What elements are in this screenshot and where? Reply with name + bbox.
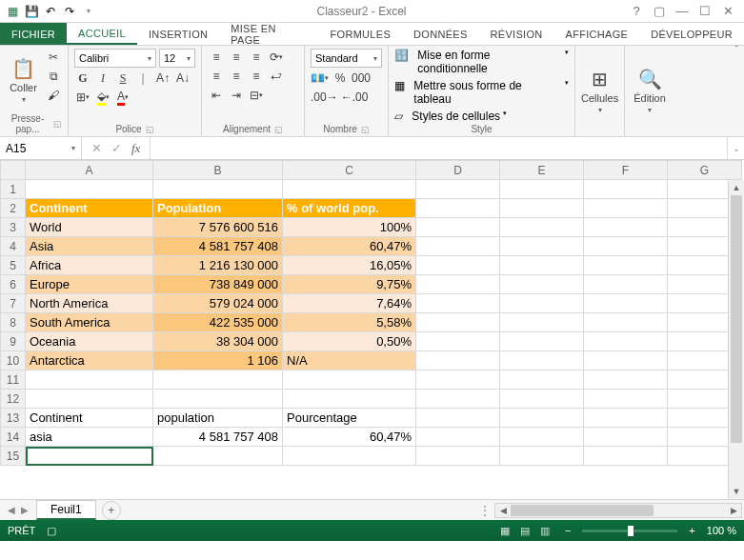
cell[interactable]: 738 849 000 — [153, 275, 283, 294]
cell[interactable] — [584, 218, 668, 237]
cell[interactable] — [26, 390, 153, 409]
cell[interactable] — [416, 256, 500, 275]
tab-split-handle[interactable]: ⋮ — [475, 504, 494, 517]
cell[interactable] — [500, 390, 584, 409]
cell[interactable]: Europe — [26, 275, 153, 294]
vertical-scrollbar[interactable]: ▲ ▼ — [728, 180, 744, 499]
scroll-up-icon[interactable]: ▲ — [729, 180, 744, 195]
row-header-6[interactable]: 6 — [1, 275, 26, 294]
cell[interactable] — [500, 447, 584, 466]
col-header-C[interactable]: C — [283, 161, 416, 180]
copy-icon[interactable]: ⧉ — [45, 68, 62, 85]
name-box[interactable]: A15▾ — [0, 137, 82, 159]
tab-formulas[interactable]: FORMULES — [319, 23, 403, 45]
cell[interactable] — [584, 332, 668, 351]
cell[interactable]: 5,58% — [283, 313, 416, 332]
page-layout-view-icon[interactable]: ▤ — [516, 525, 533, 536]
tab-insert[interactable]: INSERTION — [137, 23, 219, 45]
cell[interactable]: asia — [26, 428, 153, 447]
cell[interactable]: N/A — [283, 351, 416, 370]
cells-button[interactable]: ⊞Cellules▾ — [581, 49, 618, 133]
cell[interactable] — [153, 390, 283, 409]
cell[interactable] — [500, 313, 584, 332]
cell[interactable] — [283, 180, 416, 199]
vscroll-thumb[interactable] — [731, 195, 742, 443]
col-header-B[interactable]: B — [153, 161, 283, 180]
zoom-out-icon[interactable]: − — [565, 525, 571, 536]
cut-icon[interactable]: ✂ — [45, 49, 62, 66]
cell[interactable] — [584, 313, 668, 332]
col-header-E[interactable]: E — [500, 161, 584, 180]
collapse-ribbon-icon[interactable]: ˇ — [734, 44, 738, 55]
zoom-in-icon[interactable]: + — [689, 525, 694, 536]
cell[interactable]: 0,50% — [283, 332, 416, 351]
cell[interactable] — [416, 313, 500, 332]
cell[interactable] — [584, 447, 668, 466]
cell[interactable] — [500, 256, 584, 275]
increase-indent-icon[interactable]: ⇥ — [228, 87, 245, 104]
bold-button[interactable]: G — [74, 70, 91, 87]
wrap-text-icon[interactable]: ⮐ — [268, 68, 285, 85]
editing-button[interactable]: 🔍Édition▾ — [631, 49, 669, 133]
new-sheet-button[interactable]: + — [102, 501, 121, 520]
cell[interactable]: Population — [153, 199, 283, 218]
cell[interactable] — [416, 447, 500, 466]
cell[interactable]: population — [153, 409, 283, 428]
align-middle-icon[interactable]: ≡ — [228, 49, 245, 66]
cell[interactable] — [416, 332, 500, 351]
cell[interactable]: 1 216 130 000 — [153, 256, 283, 275]
cell-styles-button[interactable]: ▱ Styles de cellules▾ — [394, 110, 569, 123]
border-icon[interactable]: ⊞▾ — [74, 89, 91, 106]
font-name-dropdown[interactable]: Calibri▾ — [74, 49, 156, 68]
cell[interactable]: 422 535 000 — [153, 313, 283, 332]
row-header-4[interactable]: 4 — [1, 237, 26, 256]
tab-layout[interactable]: MISE EN PAGE — [219, 23, 318, 45]
cell[interactable] — [500, 218, 584, 237]
expand-formula-bar-icon[interactable]: ⌄ — [727, 137, 744, 159]
cell[interactable] — [416, 370, 500, 390]
number-dialog-icon[interactable]: ◱ — [361, 125, 370, 134]
save-icon[interactable]: 💾 — [23, 3, 40, 20]
merge-icon[interactable]: ⊟▾ — [248, 87, 265, 104]
cell[interactable]: 16,05% — [283, 256, 416, 275]
tab-home[interactable]: ACCUEIL — [67, 23, 137, 45]
cell[interactable]: Continent — [26, 199, 153, 218]
cell[interactable]: 60,47% — [283, 237, 416, 256]
cell[interactable] — [500, 428, 584, 447]
minimize-icon[interactable]: — — [672, 4, 693, 18]
italic-button[interactable]: I — [94, 70, 111, 87]
zoom-slider[interactable] — [582, 530, 677, 532]
cell[interactable] — [416, 409, 500, 428]
cell[interactable] — [500, 180, 584, 199]
row-header-10[interactable]: 10 — [1, 351, 26, 370]
cell[interactable] — [500, 409, 584, 428]
row-header-1[interactable]: 1 — [1, 180, 26, 199]
enter-formula-icon[interactable]: ✓ — [111, 141, 122, 155]
row-header-15[interactable]: 15 — [1, 447, 26, 466]
cell[interactable]: 4 581 757 408 — [153, 428, 283, 447]
tab-review[interactable]: RÉVISION — [479, 23, 554, 45]
horizontal-scrollbar[interactable]: ◀ ▶ — [494, 503, 742, 518]
cell[interactable] — [416, 218, 500, 237]
cell[interactable] — [500, 370, 584, 390]
cell[interactable] — [416, 275, 500, 294]
decrease-font-icon[interactable]: A↓ — [174, 70, 191, 87]
col-header-D[interactable]: D — [416, 161, 500, 180]
sheet-nav-prev-icon[interactable]: ◀ — [8, 505, 15, 515]
tab-data[interactable]: DONNÉES — [402, 23, 479, 45]
maximize-icon[interactable]: ☐ — [694, 4, 715, 18]
cell[interactable] — [584, 237, 668, 256]
paste-button[interactable]: 📋 Coller ▾ — [6, 49, 41, 112]
orientation-icon[interactable]: ⟳▾ — [268, 49, 285, 66]
zoom-level[interactable]: 100 % — [707, 525, 736, 536]
undo-icon[interactable]: ↶ — [42, 3, 59, 20]
align-bottom-icon[interactable]: ≡ — [248, 49, 265, 66]
scroll-right-icon[interactable]: ▶ — [726, 506, 741, 515]
cell[interactable] — [584, 409, 668, 428]
cell[interactable] — [283, 370, 416, 390]
underline-button[interactable]: S — [114, 70, 131, 87]
cell[interactable] — [416, 351, 500, 370]
clipboard-dialog-icon[interactable]: ◱ — [53, 119, 62, 129]
cell[interactable] — [416, 294, 500, 313]
row-header-3[interactable]: 3 — [1, 218, 26, 237]
